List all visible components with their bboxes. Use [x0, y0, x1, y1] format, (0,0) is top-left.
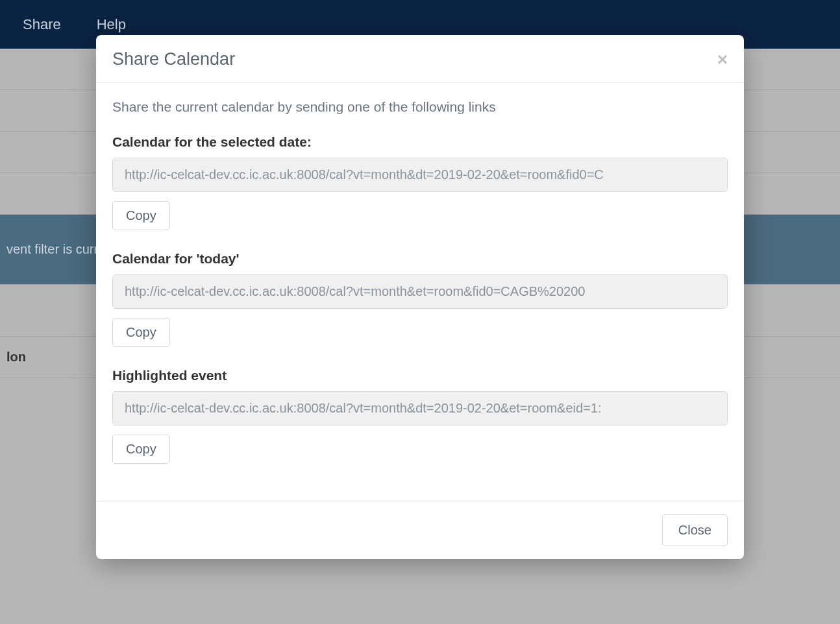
- modal-intro-text: Share the current calendar by sending on…: [112, 99, 728, 115]
- copy-button-selected-date[interactable]: Copy: [112, 201, 170, 230]
- url-input-today[interactable]: [112, 274, 728, 309]
- share-section-selected-date: Calendar for the selected date: Copy: [112, 134, 728, 230]
- share-label: Highlighted event: [112, 368, 728, 383]
- nav-share[interactable]: Share: [13, 10, 71, 40]
- modal-header: Share Calendar ×: [96, 35, 744, 83]
- modal-backdrop: Share Calendar × Share the current calen…: [0, 0, 840, 624]
- modal-footer: Close: [96, 501, 744, 559]
- modal-title: Share Calendar: [112, 49, 235, 69]
- share-section-highlighted-event: Highlighted event Copy: [112, 368, 728, 464]
- share-calendar-modal: Share Calendar × Share the current calen…: [96, 35, 744, 559]
- url-input-selected-date[interactable]: [112, 158, 728, 192]
- share-label: Calendar for the selected date:: [112, 134, 728, 150]
- url-input-highlighted-event[interactable]: [112, 391, 728, 426]
- share-label: Calendar for 'today': [112, 251, 728, 267]
- modal-body: Share the current calendar by sending on…: [96, 83, 744, 501]
- close-button[interactable]: Close: [662, 514, 728, 546]
- close-icon[interactable]: ×: [717, 51, 728, 69]
- share-section-today: Calendar for 'today' Copy: [112, 251, 728, 347]
- copy-button-today[interactable]: Copy: [112, 318, 170, 347]
- copy-button-highlighted-event[interactable]: Copy: [112, 435, 170, 464]
